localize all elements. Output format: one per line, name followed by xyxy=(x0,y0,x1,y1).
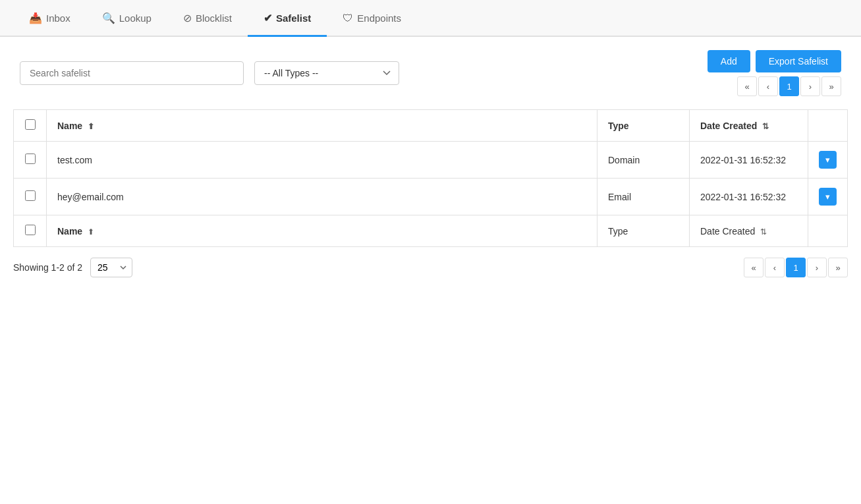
row-date-0: 2022-01-31 16:52:32 xyxy=(690,142,808,179)
current-page-btn-bottom[interactable]: 1 xyxy=(786,258,806,277)
add-button[interactable]: Add xyxy=(708,50,750,72)
nav-inbox-label: Inbox xyxy=(46,13,70,24)
row-name-1: hey@email.com xyxy=(47,179,597,215)
footer-checkbox-cell xyxy=(14,215,47,247)
nav-inbox[interactable]: 📥 Inbox xyxy=(13,0,86,37)
footer-type-label: Type xyxy=(608,226,628,237)
showing-text: Showing 1-2 of 2 xyxy=(13,262,82,273)
footer-action xyxy=(808,215,848,247)
current-page-btn-top[interactable]: 1 xyxy=(779,76,799,96)
nav-blocklist[interactable]: ⊘ Blocklist xyxy=(167,0,248,37)
row-type-0: Domain xyxy=(597,142,690,179)
table-header-row: Name ⬆ Type Date Created ⇅ xyxy=(14,110,848,142)
export-safelist-button[interactable]: Export Safelist xyxy=(756,50,841,72)
header-date-created[interactable]: Date Created ⇅ xyxy=(690,110,808,142)
footer-name-label: Name xyxy=(57,226,82,237)
endpoints-icon: 🛡 xyxy=(343,13,353,24)
table-row: test.com Domain 2022-01-31 16:52:32 ▾ xyxy=(14,142,848,179)
pagination-bottom: « ‹ 1 › » xyxy=(744,258,848,277)
table-row: hey@email.com Email 2022-01-31 16:52:32 … xyxy=(14,179,848,215)
header-name-label: Name xyxy=(57,121,82,131)
next-page-btn-top[interactable]: › xyxy=(800,76,820,96)
prev-page-btn-top[interactable]: ‹ xyxy=(758,76,778,96)
header-name[interactable]: Name ⬆ xyxy=(47,110,597,142)
table-footer-row: Name ⬆ Type Date Created ⇅ xyxy=(14,215,848,247)
header-type[interactable]: Type xyxy=(597,110,690,142)
footer-date-label: Date Created xyxy=(700,226,755,237)
top-navigation: 📥 Inbox 🔍 Lookup ⊘ Blocklist ✔ Safelist … xyxy=(0,0,861,37)
row-checkbox-0[interactable] xyxy=(25,154,36,164)
toolbar-right: Add Export Safelist « ‹ 1 › » xyxy=(708,50,841,96)
first-page-btn-bottom[interactable]: « xyxy=(744,258,764,277)
nav-lookup-label: Lookup xyxy=(119,13,152,24)
first-page-btn-top[interactable]: « xyxy=(737,76,757,96)
row-name-0: test.com xyxy=(47,142,597,179)
search-input[interactable] xyxy=(20,61,244,85)
nav-endpoints-label: Endpoints xyxy=(357,13,401,24)
prev-page-btn-bottom[interactable]: ‹ xyxy=(765,258,785,277)
inbox-icon: 📥 xyxy=(29,12,42,24)
name-sort-icon: ⬆ xyxy=(88,122,94,131)
next-page-btn-bottom[interactable]: › xyxy=(807,258,827,277)
row-action-1: ▾ xyxy=(808,179,848,215)
row-checkbox-cell-0 xyxy=(14,142,47,179)
row-checkbox-1[interactable] xyxy=(25,190,36,201)
header-action xyxy=(808,110,848,142)
row-action-0: ▾ xyxy=(808,142,848,179)
per-page-select[interactable]: 25 10 50 100 xyxy=(90,258,132,277)
row-checkbox-cell-1 xyxy=(14,179,47,215)
lookup-icon: 🔍 xyxy=(102,12,115,24)
toolbar: -- All Types -- Domain Email IP Add Expo… xyxy=(0,37,861,109)
action-buttons: Add Export Safelist xyxy=(708,50,841,72)
last-page-btn-top[interactable]: » xyxy=(821,76,841,96)
type-filter-select[interactable]: -- All Types -- Domain Email IP xyxy=(254,61,399,85)
nav-endpoints[interactable]: 🛡 Endpoints xyxy=(327,1,417,37)
last-page-btn-bottom[interactable]: » xyxy=(828,258,848,277)
nav-safelist[interactable]: ✔ Safelist xyxy=(248,0,327,37)
footer-name[interactable]: Name ⬆ xyxy=(47,215,597,247)
footer-type[interactable]: Type xyxy=(597,215,690,247)
footer-select-all-checkbox[interactable] xyxy=(25,225,36,235)
safelist-icon: ✔ xyxy=(264,12,272,24)
nav-safelist-label: Safelist xyxy=(276,13,311,24)
header-date-label: Date Created xyxy=(700,121,757,131)
header-type-label: Type xyxy=(608,121,629,131)
footer-date-sort-icon: ⇅ xyxy=(760,227,767,237)
header-checkbox-cell xyxy=(14,110,47,142)
select-all-checkbox[interactable] xyxy=(25,119,36,130)
row-date-1: 2022-01-31 16:52:32 xyxy=(690,179,808,215)
pagination-top: « ‹ 1 › » xyxy=(737,76,841,96)
row-type-1: Email xyxy=(597,179,690,215)
nav-lookup[interactable]: 🔍 Lookup xyxy=(86,0,167,37)
bottom-bar: Showing 1-2 of 2 25 10 50 100 « ‹ 1 › » xyxy=(0,247,861,288)
row-action-btn-1[interactable]: ▾ xyxy=(819,188,837,206)
footer-date-created[interactable]: Date Created ⇅ xyxy=(690,215,808,247)
safelist-table: Name ⬆ Type Date Created ⇅ test.com Doma… xyxy=(13,109,848,247)
row-action-btn-0[interactable]: ▾ xyxy=(819,151,837,169)
blocklist-icon: ⊘ xyxy=(183,12,192,24)
nav-blocklist-label: Blocklist xyxy=(196,13,232,24)
safelist-table-container: Name ⬆ Type Date Created ⇅ test.com Doma… xyxy=(0,109,861,247)
date-sort-icon: ⇅ xyxy=(762,122,769,131)
footer-name-sort-icon: ⬆ xyxy=(88,227,94,237)
